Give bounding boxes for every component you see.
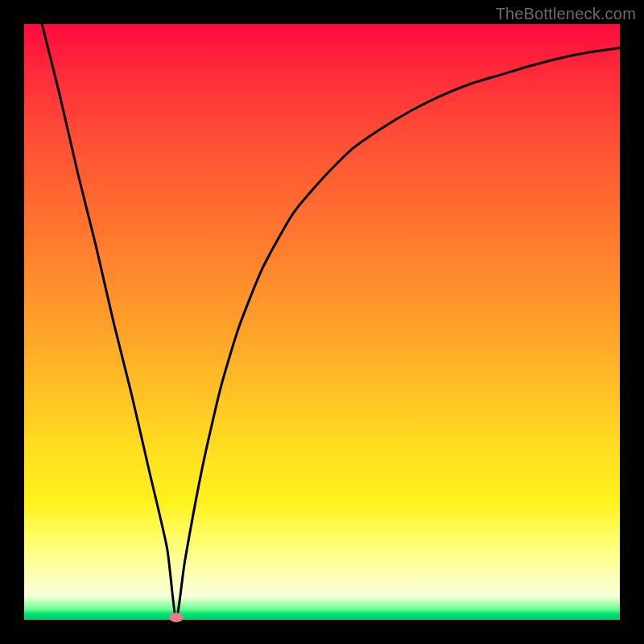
plot-area	[24, 24, 620, 620]
chart-frame: TheBottleneck.com	[0, 0, 644, 644]
bottleneck-curve	[24, 24, 620, 620]
minimum-marker	[169, 613, 184, 622]
watermark-text: TheBottleneck.com	[495, 5, 636, 23]
